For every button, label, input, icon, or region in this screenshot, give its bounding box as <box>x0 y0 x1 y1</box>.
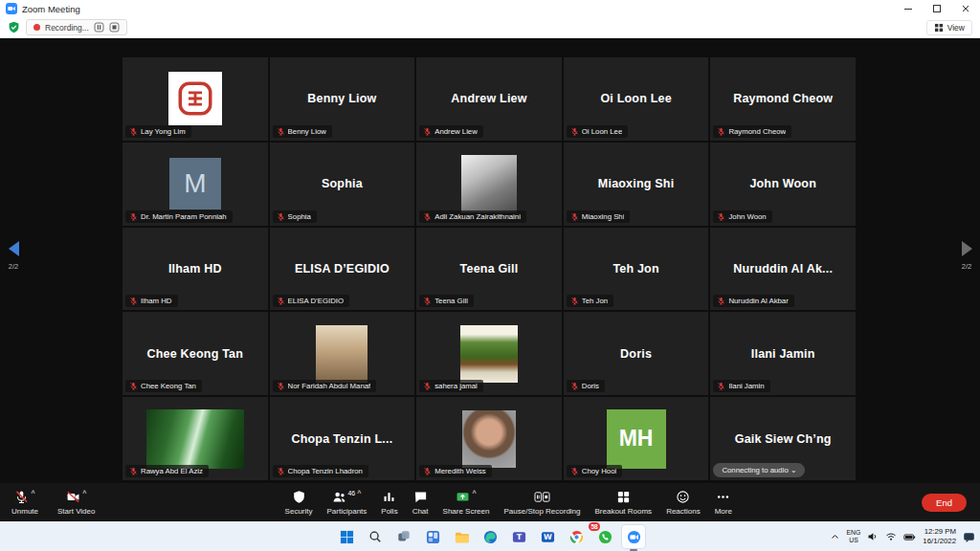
participant-tile-adli-zakuan-zairakithnaini[interactable]: Adli Zakuan Zairakithnaini <box>416 143 562 226</box>
security-shield-icon[interactable] <box>8 21 20 33</box>
word-taskbar-icon[interactable]: W <box>536 525 559 548</box>
participant-tile-lay-yong-lim[interactable]: Lay Yong Lim <box>122 57 268 141</box>
maximize-button[interactable] <box>923 0 951 17</box>
stop-recording-button[interactable] <box>109 22 120 33</box>
chevron-up-icon[interactable]: ^ <box>82 490 86 496</box>
participant-tile-ilham-hd[interactable]: Ilham HD Ilham HD <box>122 228 268 311</box>
participant-tile-benny-liow[interactable]: Benny Liow Benny Liow <box>270 57 415 141</box>
notification-center-icon[interactable] <box>963 531 975 543</box>
task-view-taskbar-icon[interactable] <box>392 525 415 548</box>
participant-label-text: Doris <box>582 382 599 390</box>
start-video-button[interactable]: ^ Start Video <box>57 490 95 516</box>
app-glyph: W <box>541 530 555 544</box>
file-explorer-taskbar-icon[interactable] <box>450 525 473 548</box>
participant-tile-doris[interactable]: Doris Doris <box>564 312 709 395</box>
participant-name-label: Teena Gill <box>419 295 474 307</box>
breakout-rooms-button[interactable]: Breakout Rooms <box>595 490 653 516</box>
participant-tile-meredith-weiss[interactable]: Meredith Weiss <box>416 397 562 480</box>
chrome-taskbar-icon[interactable] <box>565 525 588 548</box>
window-controls <box>894 0 980 17</box>
zoom-taskbar-icon[interactable] <box>622 525 645 548</box>
volume-icon[interactable] <box>867 531 879 542</box>
participant-tile-sophia[interactable]: Sophia Sophia <box>270 143 415 226</box>
widgets-taskbar-icon[interactable] <box>421 525 444 548</box>
participant-name-label: John Woon <box>713 210 771 223</box>
participant-tile-john-woon[interactable]: John Woon John Woon <box>710 143 856 226</box>
minimize-button[interactable] <box>894 0 923 17</box>
chat-button[interactable]: Chat <box>412 490 429 516</box>
hidden-icons-chevron[interactable] <box>830 532 840 542</box>
start-taskbar-icon[interactable] <box>335 525 358 548</box>
whatsapp-taskbar-icon[interactable]: 58 <box>593 525 616 548</box>
previous-page-button[interactable]: 2/2 <box>2 241 25 271</box>
unmute-button[interactable]: ^ Unmute <box>11 490 38 516</box>
next-page-button[interactable]: 2/2 <box>955 241 978 271</box>
previous-page-arrow-icon <box>9 241 19 256</box>
share-screen-button[interactable]: ^ Share Screen <box>443 490 490 516</box>
participant-tile-chee-keong-tan[interactable]: Chee Keong Tan Chee Keong Tan <box>122 312 268 395</box>
reactions-button[interactable]: Reactions <box>666 490 701 516</box>
participant-tile-miaoxing-shi[interactable]: Miaoxing Shi Miaoxing Shi <box>564 143 709 226</box>
battery-icon[interactable] <box>903 531 916 543</box>
view-button[interactable]: View <box>926 20 972 35</box>
more-button[interactable]: More <box>715 490 732 516</box>
participant-tile-rawya-abd-el-aziz[interactable]: Rawya Abd El Aziz <box>122 397 268 480</box>
teams-taskbar-icon[interactable]: T <box>507 525 530 548</box>
muted-mic-icon <box>570 297 579 305</box>
pause-recording-button[interactable] <box>94 22 104 33</box>
chevron-up-icon[interactable]: ^ <box>31 490 34 496</box>
meeting-toolbar: ^ Unmute ^ Start Video Security 46 ^ Par… <box>0 483 980 521</box>
participant-tile-elisa-d-egidio[interactable]: ELISA D’EGIDIO ELISA D’EGIDIO <box>270 228 415 311</box>
muted-mic-icon <box>277 467 285 475</box>
participant-tile-chopa-tenzin-l[interactable]: Chopa Tenzin L... Chopa Tenzin Lhadron <box>270 397 415 480</box>
polls-button[interactable]: Polls <box>381 490 397 516</box>
participant-tile-gaik-siew-ch-ng[interactable]: Gaik Siew Ch’ng Connecting to audio ⌄ <box>710 397 856 480</box>
close-button[interactable] <box>951 0 980 17</box>
edge-taskbar-icon[interactable] <box>479 525 501 548</box>
muted-mic-icon <box>570 382 579 390</box>
participant-label-text: Chopa Tenzin Lhadron <box>288 467 363 475</box>
participants-button[interactable]: 46 ^ Participants <box>327 490 368 516</box>
participant-tile-m[interactable]: M Dr. Martin Param Ponniah <box>122 143 268 226</box>
participant-name-label: Sophia <box>273 210 317 223</box>
language-indicator[interactable]: ENG US <box>847 529 861 544</box>
recording-dot-icon <box>33 24 40 31</box>
participant-tile-andrew-liew[interactable]: Andrew Liew Andrew Liew <box>416 57 562 141</box>
participant-tile-sahera-jamal[interactable]: sahera jamal <box>416 312 562 395</box>
muted-mic-icon <box>423 212 432 221</box>
participant-display-name: ELISA D’EGIDIO <box>287 262 397 276</box>
network-icon[interactable] <box>885 531 897 542</box>
window-titlebar: Zoom Meeting <box>0 0 980 17</box>
photo-face-avatar <box>462 410 516 468</box>
participant-name-label: Ilani Jamin <box>713 380 769 392</box>
participant-display-name: Benny Liow <box>300 92 384 105</box>
participant-display-name: Ilham HD <box>161 262 230 276</box>
participant-label-text: Ilham HD <box>141 297 172 305</box>
polls-icon <box>382 490 396 505</box>
pause-stop-recording-button[interactable]: Pause/Stop Recording <box>503 490 580 516</box>
end-meeting-button[interactable]: End <box>922 494 967 512</box>
participant-tile-oi-loon-lee[interactable]: Oi Loon Lee Oi Loon Lee <box>564 57 709 141</box>
participant-tile-nor-faridah-abdul-manaf[interactable]: Nor Faridah Abdul Manaf <box>270 312 415 395</box>
chevron-up-icon[interactable]: ^ <box>472 490 476 496</box>
participant-display-name: Doris <box>612 347 659 361</box>
chat-icon <box>413 490 428 505</box>
participant-tile-teena-gill[interactable]: Teena Gill Teena Gill <box>416 228 562 311</box>
chevron-up-icon[interactable]: ^ <box>357 490 361 496</box>
participant-tile-teh-jon[interactable]: Teh Jon Teh Jon <box>564 228 709 311</box>
participants-icon <box>332 490 346 505</box>
participant-name-label: Nuruddin Al Akbar <box>713 295 793 307</box>
video-off-icon <box>66 490 80 505</box>
participant-tile-ilani-jamin[interactable]: Ilani Jamin Ilani Jamin <box>710 312 856 395</box>
participant-name-label: Dr. Martin Param Ponniah <box>125 210 233 223</box>
participant-tile-nuruddin-al-ak[interactable]: Nuruddin Al Ak... Nuruddin Al Akbar <box>710 228 856 311</box>
participant-label-text: Miaoxing Shi <box>582 212 625 221</box>
participant-name-label: Nor Faridah Abdul Manaf <box>273 380 377 392</box>
participant-tile-mh[interactable]: MH Choy Hooi <box>564 397 709 480</box>
security-button[interactable]: Security <box>285 490 313 516</box>
search-taskbar-icon[interactable] <box>364 525 387 548</box>
participant-tile-raymond-cheow[interactable]: Raymond Cheow Raymond Cheow <box>710 57 856 141</box>
page-indicator-right: 2/2 <box>962 262 971 271</box>
taskbar-clock[interactable]: 12:29 PM 16/1/2022 <box>923 527 956 546</box>
participant-label-text: Chee Keong Tan <box>141 382 196 390</box>
